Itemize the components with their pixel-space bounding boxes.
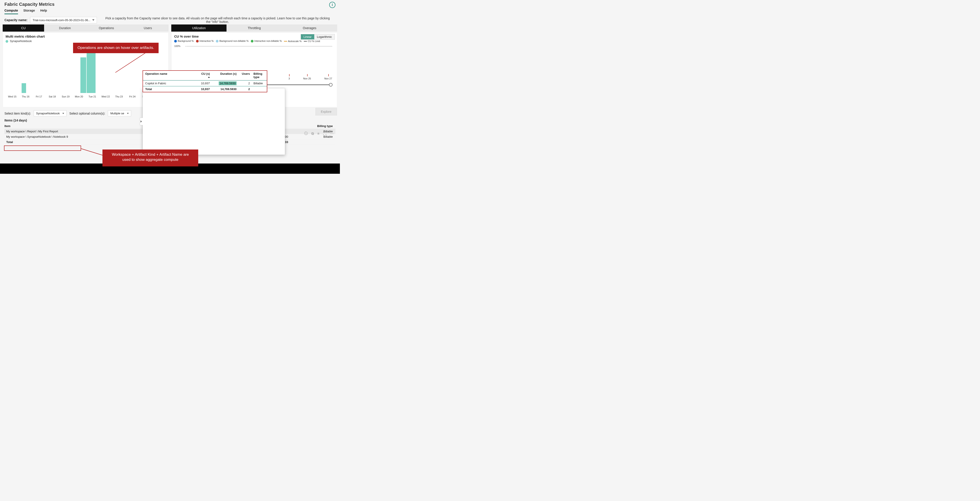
copy-icon[interactable]: ⧉ — [311, 132, 314, 136]
xlabel: Sat 18 — [46, 95, 59, 98]
tt-col-users[interactable]: Users — [242, 72, 250, 75]
tab-help[interactable]: Help — [40, 9, 47, 14]
help-icon[interactable]: ⓘ — [304, 131, 308, 136]
subtab-throttling[interactable]: Throttling — [226, 24, 282, 32]
table-toolbar: ⓘ ⧉ ≡ ⛶ ⋯ — [304, 131, 334, 136]
info-icon[interactable]: i — [329, 2, 336, 8]
xlabel: Wed 15 — [6, 95, 19, 98]
xlabel: Sun 19 — [59, 95, 72, 98]
legend-label: Autoscale % — [288, 40, 302, 43]
operation-tooltip: Operation name CU (s) Duration (s) Users… — [143, 70, 267, 92]
optional-col-select[interactable]: Multiple se — [108, 110, 131, 116]
y-ref-label: 100% — [174, 45, 180, 48]
tt-col-cu[interactable]: CU (s) — [201, 72, 210, 75]
legend-label: Background non-billable % — [220, 40, 248, 42]
capacity-row: Capacity name: Trial-ruxu-microsoft-com-… — [0, 14, 340, 24]
tooltip-total-row: Total 10,937 14,769.5930 2 — [143, 86, 267, 92]
legend-line-icon — [284, 41, 287, 41]
scale-log-button[interactable]: Logarithmic — [314, 34, 334, 40]
legend-label: Interactive non-billable % — [255, 40, 282, 42]
legend-swatch-icon — [6, 40, 8, 43]
xlabel: Wed 22 — [99, 95, 112, 98]
tt-users: 2 — [237, 82, 250, 85]
callout-operations: Operations are shown on hover over artif… — [73, 43, 159, 53]
capacity-label: Capacity name: — [5, 18, 27, 22]
legend-line-icon — [304, 41, 307, 41]
xlabel: Tue 21 — [86, 95, 99, 98]
x-tick: Nov 27 — [324, 77, 332, 80]
dropdown-handle-icon[interactable] — [140, 118, 143, 125]
tooltip-header: Operation name CU (s) Duration (s) Users… — [143, 71, 267, 80]
tt-op: Copilot in Fabric — [145, 82, 190, 85]
subtab-users[interactable]: Users — [127, 24, 169, 32]
more-icon[interactable]: ⋯ — [330, 132, 334, 136]
tooltip-row[interactable]: Copilot in Fabric 10,937 14,769.5930 2 B… — [143, 80, 267, 86]
item-highlight — [4, 146, 81, 151]
subtab-utilization[interactable]: Utilization — [171, 24, 226, 32]
bar-wed22[interactable] — [87, 47, 95, 93]
total-label: Total — [6, 140, 91, 144]
legend-label: Background % — [178, 40, 194, 42]
col-item[interactable]: Item — [5, 124, 11, 128]
x-axis-labels: Wed 15 Thu 16 Fri 17 Sat 18 Sun 19 Mon 2… — [6, 95, 166, 98]
legend-dot-icon — [174, 40, 177, 43]
subtab-overages[interactable]: Overages — [282, 24, 337, 32]
subtab-cu[interactable]: CU — [3, 24, 44, 32]
bar-tue21[interactable] — [80, 57, 86, 93]
helper-text: Pick a capacity from the Capacity name s… — [100, 16, 336, 24]
sort-desc-icon — [208, 77, 210, 78]
subtab-operations[interactable]: Operations — [86, 24, 127, 32]
legend-label: Interactive % — [200, 40, 214, 42]
right-subtabs: Utilization Throttling Overages — [171, 24, 337, 32]
xlabel: Thu 23 — [112, 95, 126, 98]
callout-workspace: Workspace + Artifact Kind + Artifact Nam… — [102, 149, 198, 166]
slider-thumb-right[interactable] — [329, 83, 332, 87]
optional-col-label: Select optional column(s): — [69, 112, 105, 115]
cu-legend: Background % Interactive % Background no… — [174, 40, 334, 43]
subtab-duration[interactable]: Duration — [44, 24, 86, 32]
capacity-select[interactable]: Trial-ruxu-microsoft-com-05-30-2023-01-3… — [30, 17, 97, 23]
tt-total-label: Total — [145, 87, 190, 91]
legend-label: CU % Limit — [308, 40, 320, 43]
tt-total-cu: 10,937 — [190, 87, 210, 91]
tab-compute[interactable]: Compute — [5, 9, 18, 14]
scale-linear-button[interactable]: Linear — [301, 34, 314, 40]
x-tick: 3 — [288, 77, 290, 80]
cu-x-axis: 3 Nov 25 Nov 27 — [288, 77, 332, 80]
item-kind-select[interactable]: SynapseNotebook — [33, 110, 67, 116]
svg-line-2 — [81, 149, 104, 156]
legend-dot-icon — [196, 40, 199, 43]
focus-icon[interactable]: ⛶ — [323, 132, 326, 136]
tt-col-dur[interactable]: Duration (s) — [220, 72, 237, 75]
cu-limit-line — [185, 46, 332, 46]
col-billing[interactable]: Billing type — [317, 124, 333, 128]
xlabel: Thu 16 — [19, 95, 32, 98]
nav-tabs: Compute Storage Help — [5, 9, 336, 14]
legend-label: SynapseNotebook — [10, 40, 32, 43]
xlabel: Fri 17 — [32, 95, 46, 98]
item-path: My workspace \ SynapseNotebook \ Noteboo… — [6, 135, 91, 138]
tt-dur: 14,769.5930 — [219, 81, 237, 85]
item-kind-label: Select item kind(s): — [5, 112, 31, 115]
tt-total-dur: 14,769.5930 — [210, 87, 237, 91]
tt-total-users: 2 — [237, 87, 250, 91]
svg-line-1 — [115, 50, 150, 73]
bar-thu16[interactable] — [22, 83, 26, 93]
tt-cu: 10,937 — [190, 82, 210, 85]
legend-dot-icon — [251, 40, 253, 43]
tab-storage[interactable]: Storage — [23, 9, 35, 14]
x-tick: Nov 25 — [303, 77, 311, 80]
filter-icon[interactable]: ≡ — [317, 132, 320, 136]
scale-toggle: Linear Logarithmic — [301, 34, 335, 40]
hover-dropdown-panel — [143, 88, 285, 155]
tt-col-bill[interactable]: Billing type — [253, 72, 262, 79]
header: Fabric Capacity Metrics Compute Storage … — [0, 0, 340, 14]
xlabel: Fri 24 — [126, 95, 139, 98]
page-title: Fabric Capacity Metrics — [5, 2, 336, 7]
left-subtabs: CU Duration Operations Users — [3, 24, 169, 32]
ribbon-chart-title: Multi metric ribbon chart — [6, 35, 166, 38]
explore-button[interactable]: Explore — [315, 108, 337, 116]
legend-dot-icon — [216, 40, 218, 43]
item-path: My workspace \ Report \ My First Report — [6, 130, 91, 133]
xlabel: Mon 20 — [72, 95, 86, 98]
